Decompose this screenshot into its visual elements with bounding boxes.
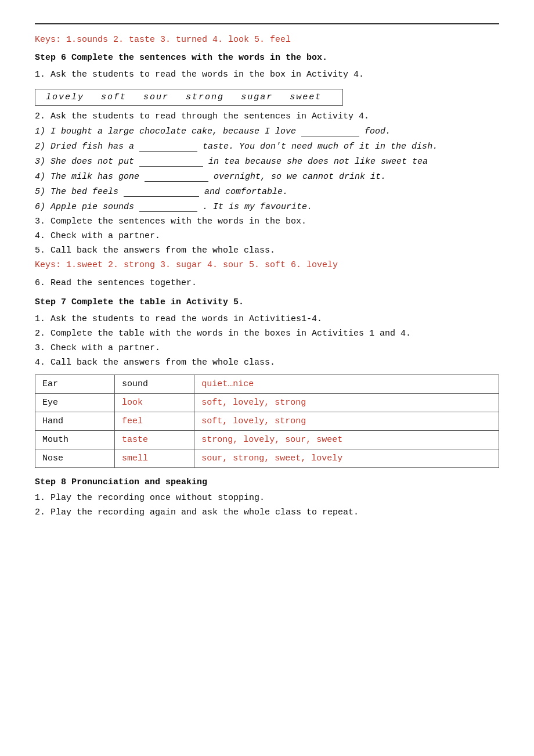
sentence-5: 5) The bed feels and comfortable.: [35, 186, 499, 197]
table-cell-words: soft, lovely, strong: [194, 394, 499, 412]
sentence-2-after: taste. You don't need much of it in the …: [203, 142, 438, 152]
blank-4: [145, 171, 208, 182]
sentence-1-before: I bought a large chocolate cake, because…: [50, 127, 301, 136]
sentence-3-num: 3): [35, 157, 50, 167]
sentence-4: 4) The milk has gone overnight, so we ca…: [35, 171, 499, 182]
top-divider: [35, 23, 499, 24]
sentence-6: 6) Apple pie sounds . It is my favourite…: [35, 201, 499, 212]
sentence-5-after: and comfortable.: [204, 187, 288, 197]
table-row: Mouthtastestrong, lovely, sour, sweet: [35, 431, 499, 449]
table-cell-sense: taste: [115, 431, 194, 449]
step7-heading: Step 7 Complete the table in Activity 5.: [35, 297, 499, 307]
word-sugar: sugar: [241, 92, 273, 102]
word-box: lovely soft sour strong sugar sweet: [35, 89, 343, 106]
word-sour: sour: [143, 92, 169, 102]
sentence-1-num: 1): [35, 127, 50, 136]
table-row: Eyelooksoft, lovely, strong: [35, 394, 499, 412]
step6-heading: Step 6 Complete the sentences with the w…: [35, 53, 499, 63]
keys-1: Keys: 1.sounds 2. taste 3. turned 4. loo…: [35, 35, 499, 45]
word-box-container: lovely soft sour strong sugar sweet: [35, 84, 499, 111]
blank-3: [139, 156, 203, 167]
sentence-2: 2) Dried fish has a taste. You don't nee…: [35, 141, 499, 152]
blank-1: [301, 126, 359, 136]
sentence-4-after: overnight, so we cannot drink it.: [214, 172, 386, 182]
sentence-3-before: She does not put: [50, 157, 139, 167]
table-row: Handfeelsoft, lovely, strong: [35, 412, 499, 431]
sentence-5-num: 5): [35, 187, 50, 197]
sentence-1-after: food.: [365, 127, 391, 136]
table-row: Nosesmellsour, strong, sweet, lovely: [35, 449, 499, 468]
sentence-3-after: in tea because she does not like sweet t…: [208, 157, 428, 167]
sentence-2-num: 2): [35, 142, 50, 152]
table-cell-organ: Hand: [35, 412, 115, 431]
table-cell-words: quiet…nice: [194, 375, 499, 394]
step6-instruction2: 2. Ask the students to read through the …: [35, 111, 499, 121]
sentence-6-after: . It is my favourite.: [203, 202, 312, 212]
table-cell-words: strong, lovely, sour, sweet: [194, 431, 499, 449]
table-cell-organ: Eye: [35, 394, 115, 412]
table-cell-words: sour, strong, sweet, lovely: [194, 449, 499, 468]
table-row: Earsoundquiet…nice: [35, 375, 499, 394]
sentence-3: 3) She does not put in tea because she d…: [35, 156, 499, 167]
step7-instruction4: 4. Call back the answers from the whole …: [35, 358, 499, 368]
keys-2: Keys: 1.sweet 2. strong 3. sugar 4. sour…: [35, 260, 499, 270]
blank-5: [124, 186, 199, 197]
step7-instruction3: 3. Check with a partner.: [35, 343, 499, 353]
word-soft: soft: [101, 92, 127, 102]
table-cell-sense: smell: [115, 449, 194, 468]
table-cell-sense: feel: [115, 412, 194, 431]
sentence-2-before: Dried fish has a: [50, 142, 139, 152]
table-cell-words: soft, lovely, strong: [194, 412, 499, 431]
sentence-4-before: The milk has gone: [50, 172, 145, 182]
table-cell-sense: sound: [115, 375, 194, 394]
table-cell-organ: Mouth: [35, 431, 115, 449]
step7-instruction1: 1. Ask the students to read the words in…: [35, 314, 499, 324]
step6-instruction5: 5. Call back the answers from the whole …: [35, 246, 499, 255]
sentence-4-num: 4): [35, 172, 50, 182]
word-lovely: lovely: [46, 92, 84, 102]
step6-instruction1: 1. Ask the students to read the words in…: [35, 70, 499, 80]
sentence-6-num: 6): [35, 202, 50, 212]
step8-heading: Step 8 Pronunciation and speaking: [35, 477, 499, 487]
step6-instruction6: 6. Read the sentences together.: [35, 278, 499, 288]
blank-2: [139, 141, 197, 152]
word-strong: strong: [186, 92, 224, 102]
table-cell-organ: Ear: [35, 375, 115, 394]
step6-instruction4: 4. Check with a partner.: [35, 231, 499, 241]
sentence-1: 1) I bought a large chocolate cake, beca…: [35, 126, 499, 136]
sentence-5-before: The bed feels: [50, 187, 124, 197]
step8-instruction1: 1. Play the recording once without stopp…: [35, 493, 499, 503]
activity-table: Earsoundquiet…niceEyelooksoft, lovely, s…: [35, 375, 499, 468]
table-cell-organ: Nose: [35, 449, 115, 468]
blank-6: [139, 201, 197, 212]
step8-instruction2: 2. Play the recording again and ask the …: [35, 507, 499, 517]
word-sweet: sweet: [290, 92, 322, 102]
step7-instruction2: 2. Complete the table with the words in …: [35, 329, 499, 339]
step6-instruction3: 3. Complete the sentences with the words…: [35, 217, 499, 226]
table-cell-sense: look: [115, 394, 194, 412]
sentence-6-before: Apple pie sounds: [50, 202, 139, 212]
